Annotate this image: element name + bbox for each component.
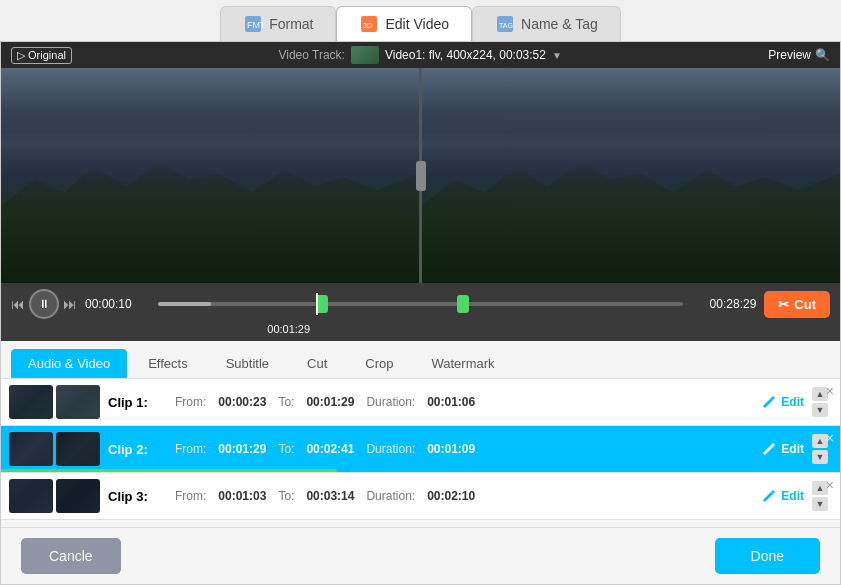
original-badge-area: ▷ Original [11,47,72,64]
clip-1-thumbs [9,385,100,419]
name-tag-icon: TAG [495,14,515,34]
clip-2-dur-val: 00:01:09 [427,442,475,456]
video-preview-area [1,68,840,283]
clip-3-edit-icon [761,488,777,504]
cut-icon: ✂ [778,297,789,312]
clip-3-thumbs [9,479,100,513]
tab-subtitle[interactable]: Subtitle [209,349,286,378]
tab-watermark[interactable]: Watermark [414,349,511,378]
clip-2-progress-bar [1,469,840,472]
timeline-track[interactable] [158,294,683,314]
clip-1-down-btn[interactable]: ▼ [812,403,828,417]
svg-text:TAG: TAG [499,22,513,29]
video-header: ▷ Original Video Track: Video1: flv, 400… [1,42,840,68]
clip-2-edit-button[interactable]: Edit [761,441,804,457]
prev-frame-button[interactable]: ⏮ [11,296,25,312]
clip-1-edit-button[interactable]: Edit [761,394,804,410]
clip-2-from-label: From: [175,442,206,456]
tab-cut[interactable]: Cut [290,349,344,378]
tab-audio-video-label: Audio & Video [28,356,110,371]
clip-3-thumb-a [9,479,53,513]
clip-3-dur-label: Duration: [366,489,415,503]
track-progress [158,302,211,306]
cut-button[interactable]: ✂ Cut [764,291,830,318]
clip-3-edit-button[interactable]: Edit [761,488,804,504]
next-frame-button[interactable]: ⏭ [63,296,77,312]
clip-1-thumb-b [56,385,100,419]
clip-2-edit-label: Edit [781,442,804,456]
clip-3-edit-label: Edit [781,489,804,503]
clip-3-close-button[interactable]: × [826,477,834,493]
video-fog-right [422,111,840,176]
clip-3-thumb-b [56,479,100,513]
tab-watermark-label: Watermark [431,356,494,371]
bottom-bar: Cancle Done [1,527,840,584]
clip-3-to-val: 00:03:14 [306,489,354,503]
preview-label: Preview [768,48,811,62]
clip-2-to-label: To: [278,442,294,456]
end-time-display: 00:28:29 [691,297,756,311]
top-tab-bar: FMT Format 3D Edit Video TAG Name & Tag [0,0,841,41]
clip-row-1: Clip 1: From: 00:00:23 To: 00:01:29 Dura… [1,379,840,426]
preview-search-icon: 🔍 [815,48,830,62]
tab-name-tag[interactable]: TAG Name & Tag [472,6,621,41]
clip-2-thumb-b [56,432,100,466]
clip-3-from-label: From: [175,489,206,503]
original-badge: ▷ Original [11,47,72,64]
cancel-button[interactable]: Cancle [21,538,121,574]
pause-icon: ⏸ [38,297,50,311]
video-frame-left [1,68,419,283]
clip-3-from-val: 00:01:03 [218,489,266,503]
preview-button[interactable]: Preview 🔍 [768,48,830,62]
cut-label: Cut [794,297,816,312]
play-pause-button[interactable]: ⏸ [29,289,59,319]
clip-2-from-val: 00:01:29 [218,442,266,456]
clip-2-to-val: 00:02:41 [306,442,354,456]
video-panel-left [1,68,419,283]
clip-2-name: Clip 2: [108,442,163,457]
timeline-markers: 00:01:29 00:02:41 [11,323,830,335]
clip-2-close-button[interactable]: × [826,430,834,446]
playback-buttons: ⏮ ⏸ ⏭ [11,289,77,319]
tab-edit-video[interactable]: 3D Edit Video [336,6,472,41]
clip-2-down-btn[interactable]: ▼ [812,450,828,464]
video-info-text: Video1: flv, 400x224, 00:03:52 [385,48,546,62]
video-frame-right [422,68,840,283]
clip-2-dur-label: Duration: [366,442,415,456]
clip-3-down-btn[interactable]: ▼ [812,497,828,511]
clip-2-progress-bar-fill [1,469,337,472]
tab-crop[interactable]: Crop [348,349,410,378]
clip-1-edit-label: Edit [781,395,804,409]
track-handle-right[interactable] [457,295,469,313]
video-dropdown-arrow-icon[interactable]: ▼ [552,50,562,61]
video-panel-right [422,68,840,283]
video-fog-left [1,111,419,176]
tab-effects[interactable]: Effects [131,349,205,378]
clip-2-thumb-a [9,432,53,466]
done-button[interactable]: Done [715,538,820,574]
clip-row-3: Clip 3: From: 00:01:03 To: 00:03:14 Dura… [1,473,840,520]
format-icon: FMT [243,14,263,34]
clip-1-dur-label: Duration: [366,395,415,409]
main-content: ▷ Original Video Track: Video1: flv, 400… [0,41,841,585]
clip-1-to-val: 00:01:29 [306,395,354,409]
tab-crop-label: Crop [365,356,393,371]
clip-1-close-button[interactable]: × [826,383,834,399]
clip-row-2: Clip 2: From: 00:01:29 To: 00:02:41 Dura… [1,426,840,473]
clip-1-dur-val: 00:01:06 [427,395,475,409]
svg-text:3D: 3D [363,22,372,29]
divider-handle[interactable] [416,161,426,191]
tab-subtitle-label: Subtitle [226,356,269,371]
tab-cut-label: Cut [307,356,327,371]
tab-name-tag-label: Name & Tag [521,16,598,32]
clip-1-info: Clip 1: From: 00:00:23 To: 00:01:29 Dura… [108,395,753,410]
tab-audio-video[interactable]: Audio & Video [11,349,127,378]
tab-format[interactable]: FMT Format [220,6,336,41]
clip-1-name: Clip 1: [108,395,163,410]
clip-1-to-label: To: [278,395,294,409]
clip-3-dur-val: 00:02:10 [427,489,475,503]
clip-2-edit-icon [761,441,777,457]
svg-text:FMT: FMT [247,20,263,30]
clip-2-thumbs [9,432,100,466]
clips-area: Clip 1: From: 00:00:23 To: 00:01:29 Dura… [1,379,840,527]
